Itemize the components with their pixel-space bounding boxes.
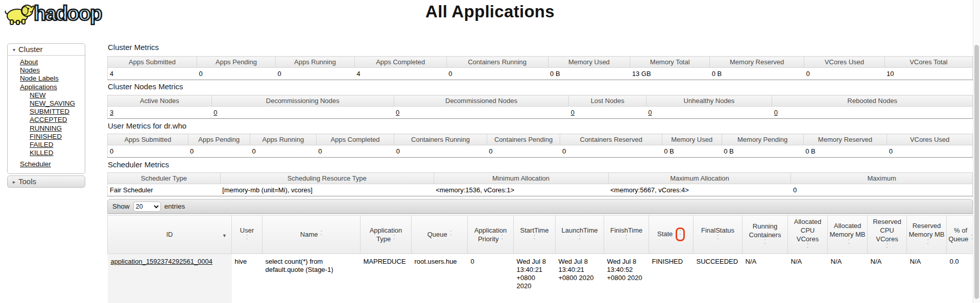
sort-icon[interactable]: ˊˋ [450,232,452,239]
column-header: Memory Reserved [710,57,804,68]
column-header: Maximum Allocation [608,173,791,184]
app-finishtime-cell: Wed Jul 8 13:40:52 +0800 2020 [604,254,649,303]
metric-value: 0 B [548,68,630,80]
column-label: Reserved CPU VCores [873,218,901,243]
metric-value: 0 B [662,145,722,158]
column-header-finishtime[interactable]: FinishTimeˊˋ [604,215,649,254]
column-header: VCores Used [804,57,885,68]
sidebar-item-state-finished[interactable]: FINISHED [30,133,62,141]
app-queue-cell: root.users.hue [412,254,468,303]
sidebar-item-about[interactable]: About [20,58,38,66]
table-row: Fair Scheduler [memory-mb (unit=Mi), vco… [108,184,973,196]
sort-icon[interactable]: ˊˋ [515,236,554,243]
metric-value: 0 [108,145,188,158]
application-id-link[interactable]: application_1592374292561_0004 [111,258,213,265]
column-header-id[interactable]: ID ▼ [108,215,232,254]
decommissioning-nodes-link[interactable]: 0 [213,109,217,116]
vertical-scrollbar[interactable] [973,0,980,303]
sidebar-tools-header[interactable]: ▸Tools [7,175,85,188]
column-header-reserved-memory-mb[interactable]: Reserved Memory MBˊˋ [907,215,947,254]
maximum-allocation-value: <memory:5667, vCores:4> [608,184,791,196]
column-header-finalstatus[interactable]: FinalStatusˊˋ [694,215,743,254]
sort-icon[interactable]: ˊˋ [790,244,826,251]
app-id-cell: application_1592374292561_0004 [108,254,232,303]
sort-icon[interactable]: ˊˋ [233,236,260,243]
sort-icon[interactable]: ˊˋ [679,231,681,238]
sidebar-item-nodes[interactable]: Nodes [20,66,40,74]
sort-icon[interactable]: ˊˋ [744,240,786,247]
sort-icon[interactable]: ˊˋ [695,236,740,243]
column-header: VCores Total [885,57,972,68]
column-header: Containers Running [394,134,487,145]
sort-icon[interactable]: ˊˋ [848,240,850,247]
yarn-all-applications-page: hadoop All Applications ▾Cluster About N… [0,0,980,303]
sidebar-item-state-submitted[interactable]: SUBMITTED [30,108,69,116]
app-reserved-cpu-cell: N/A [868,254,907,303]
column-header-launchtime[interactable]: LaunchTimeˊˋ [556,215,604,254]
sort-descending-icon[interactable]: ▼ [222,232,227,240]
scheduling-resource-type-value: [memory-mb (unit=Mi), vcores] [220,184,434,196]
column-header: Maximum [791,173,973,184]
metric-value: 0 [560,145,662,158]
column-header: Memory Reserved [803,134,887,145]
metric-value: 0 B [710,68,804,80]
scheduler-metrics-table-wrap: Scheduler Type Scheduling Resource Type … [107,172,973,196]
sidebar-item-scheduler[interactable]: Scheduler [20,160,51,168]
page-size-select[interactable]: 20 [133,201,161,212]
user-metrics-table-wrap: Apps Submitted Apps Pending Apps Running… [107,134,973,158]
column-header-allocated-cpu-vcores[interactable]: Allocated CPU VCoresˊˋ [788,215,828,254]
sort-icon[interactable]: ˊˋ [869,244,905,251]
sort-icon[interactable]: ˊˋ [927,240,929,247]
decommissioned-nodes-link[interactable]: 0 [396,109,399,116]
column-header-state[interactable]: Stateˊˋ [649,215,694,254]
active-nodes-link[interactable]: 3 [110,109,113,116]
column-header: Minimum Allocation [434,173,608,184]
app-type-cell: MAPREDUCE [361,254,412,303]
scrollbar-thumb[interactable] [974,45,979,299]
chevron-right-icon: ▸ [13,179,15,185]
sidebar-cluster-header[interactable]: ▾Cluster [8,44,85,56]
metric-value: 0 [394,145,487,158]
scheduler-metrics-table: Scheduler Type Scheduling Resource Type … [107,172,973,196]
column-header-application-priority[interactable]: Application Priorityˊˋ [468,215,514,254]
column-header-running-containers[interactable]: Running Containersˊˋ [743,215,788,254]
column-label: Application Type [370,226,402,243]
sidebar-item-state-new-saving[interactable]: NEW_SAVING [30,99,75,108]
column-header-application-type[interactable]: Application Typeˊˋ [361,215,412,254]
column-label: Name [300,231,318,238]
sidebar-item-state-new[interactable]: NEW [30,91,46,99]
table-row: 0 0 0 0 0 0 0 0 B 0 B 0 B 0 [108,145,973,158]
sidebar-item-state-accepted[interactable]: ACCEPTED [30,116,67,124]
metric-value: 4 [108,68,197,80]
column-header: VCores Used [887,134,973,145]
lost-nodes-link[interactable]: 0 [571,109,575,116]
column-header-name[interactable]: Nameˊˋ [262,215,361,254]
metric-value: 0 [487,145,560,158]
column-header-queue[interactable]: Queueˊˋ [412,215,468,254]
unhealthy-nodes-link[interactable]: 0 [648,109,652,116]
column-header-user[interactable]: Userˊˋ [232,215,262,254]
column-header: Apps Pending [197,57,276,68]
sort-icon[interactable]: ˊˋ [501,236,503,243]
column-header-reserved-cpu-vcores[interactable]: Reserved CPU VCoresˊˋ [868,215,907,254]
column-header-pct-of-queue[interactable]: % of Queueˊˋ [947,215,975,254]
sidebar-item-state-failed[interactable]: FAILED [30,141,54,149]
column-header-starttime[interactable]: StartTimeˊˋ [514,215,556,254]
sidebar-item-state-running[interactable]: RUNNING [30,124,62,133]
column-header: Containers Reserved [560,134,662,145]
column-header: Decommissioned Nodes [394,95,569,107]
sort-icon[interactable]: ˊˋ [393,236,395,243]
app-launchtime-cell: Wed Jul 8 13:40:21 +0800 2020 [556,254,604,303]
sort-icon[interactable]: ˊˋ [606,236,647,243]
column-header-allocated-memory-mb[interactable]: Allocated Memory MBˊˋ [828,215,868,254]
sidebar-item-state-killed[interactable]: KILLED [30,149,54,157]
page-title: All Applications [0,2,980,21]
sidebar-item-node-labels[interactable]: Node Labels [20,74,59,83]
column-header: Apps Completed [354,57,446,68]
sort-icon[interactable]: ˊˋ [557,236,602,243]
column-label: FinalStatus [701,226,734,234]
sidebar-item-applications[interactable]: Applications [20,83,57,91]
sort-icon[interactable]: ˊˋ [321,232,323,239]
column-header: Memory Used [548,57,630,68]
rebooted-nodes-link[interactable]: 0 [774,109,778,116]
